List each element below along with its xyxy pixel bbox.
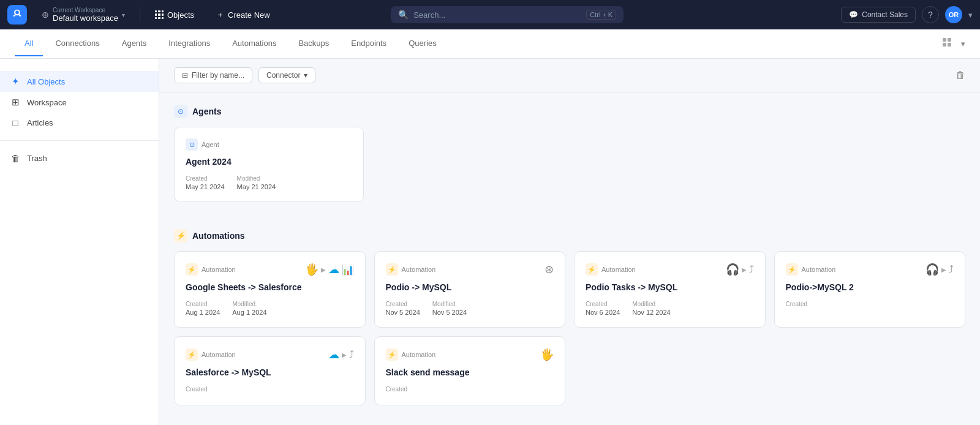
articles-icon: □: [10, 118, 21, 128]
auto-card-3-type: ⚡ Automation: [586, 263, 636, 276]
auto-card-4-arrow: ▶: [941, 266, 946, 273]
grid-chevron-icon[interactable]: ▾: [961, 39, 965, 48]
objects-label: Objects: [167, 10, 194, 20]
auto-card-5-icon-right: ⤴: [349, 349, 354, 360]
search-box[interactable]: 🔍 Ctrl + K: [391, 6, 624, 23]
contact-sales-label: Contact Sales: [862, 10, 908, 19]
auto-card-2-type-label: Automation: [402, 266, 436, 273]
connector-label: Connector: [266, 71, 300, 80]
contact-sales-button[interactable]: 💬 Contact Sales: [841, 7, 916, 23]
content-trash-icon[interactable]: 🗑: [956, 70, 965, 80]
auto-card-6-title: Slack send message: [386, 367, 554, 377]
sidebar-item-all-objects[interactable]: ✦ All Objects: [0, 71, 159, 92]
tab-connections[interactable]: Connections: [45, 31, 109, 56]
tab-backups[interactable]: Backups: [288, 31, 339, 56]
auto-card-2-icon: ⊛: [545, 263, 554, 276]
auto-card-3-created-value: Nov 6 2024: [586, 309, 620, 316]
sidebar-item-label-trash: Trash: [27, 154, 47, 163]
auto-card-4-title: Podio->MySQL 2: [786, 282, 954, 292]
auto-card-2-modified-label: Modified: [432, 301, 467, 307]
objects-button[interactable]: Objects: [150, 8, 199, 22]
automation-card-4[interactable]: ⚡ Automation 🎧 ▶ ⤴ Podio->MySQL 2 Create…: [774, 251, 966, 328]
tab-automations[interactable]: Automations: [222, 31, 286, 56]
connector-filter-button[interactable]: Connector ▾: [258, 67, 315, 83]
auto-card-3-icon-right: ⤴: [749, 264, 754, 275]
auto-card-5-type: ⚡ Automation: [186, 348, 236, 361]
auto-card-2-connectors: ⊛: [545, 263, 554, 276]
sidebar-item-articles[interactable]: □ Articles: [0, 113, 159, 133]
auto-card-3-icon-left: 🎧: [726, 263, 739, 276]
automations-section-title: Automations: [192, 231, 245, 241]
sidebar-item-workspace[interactable]: ⊞ Workspace: [0, 92, 159, 113]
chat-icon: 💬: [849, 10, 858, 19]
agent-card-1-created-label: Created: [186, 175, 225, 182]
filter-by-name-button[interactable]: ⊟ Filter by name...: [174, 67, 252, 83]
auto-card-6-type: ⚡ Automation: [386, 348, 436, 361]
auto-card-3-modified-label: Modified: [632, 301, 670, 307]
tab-endpoints[interactable]: Endpoints: [341, 31, 396, 56]
auto-card-4-type-label: Automation: [802, 266, 836, 273]
auto-card-3-connectors: 🎧 ▶ ⤴: [726, 263, 754, 276]
auto-card-1-connectors: 🖐 ▶ ☁ 📊: [305, 263, 354, 276]
tab-agents[interactable]: Agents: [112, 31, 156, 56]
help-button[interactable]: ?: [922, 6, 939, 23]
trash-icon: 🗑: [10, 153, 21, 164]
sidebar-section-main: ✦ All Objects ⊞ Workspace □ Articles: [0, 69, 159, 135]
auto-card-6-meta: Created: [386, 386, 554, 394]
agent-card-1-modified-value: May 21 2024: [237, 183, 276, 190]
automation-card-6[interactable]: ⚡ Automation 🖐 Slack send message Create…: [374, 336, 566, 405]
automation-type-icon-4: ⚡: [786, 263, 798, 276]
tab-integrations[interactable]: Integrations: [159, 31, 220, 56]
auto-card-5-icon-left: ☁: [328, 348, 339, 361]
agent-card-1-title: Agent 2024: [186, 157, 352, 167]
tabs-bar: All Connections Agents Integrations Auto…: [0, 29, 980, 59]
auto-card-1-icon-left: 🖐: [305, 263, 318, 276]
auto-card-2-created-value: Nov 5 2024: [386, 309, 420, 316]
search-input[interactable]: [413, 10, 581, 20]
agents-section-title: Agents: [192, 107, 221, 116]
grid-view-button[interactable]: [939, 34, 956, 53]
connector-chevron-icon: ▾: [304, 71, 307, 80]
auto-card-1-arrow-icon: ▶: [321, 266, 326, 273]
automation-type-icon-3: ⚡: [586, 263, 598, 276]
avatar-chevron-icon[interactable]: ▾: [968, 10, 973, 20]
automation-card-2[interactable]: ⚡ Automation ⊛ Podio -> MySQL Created No…: [374, 251, 566, 328]
help-icon: ?: [928, 10, 933, 20]
auto-card-1-icon-mid: ☁: [328, 263, 339, 276]
automation-card-5[interactable]: ⚡ Automation ☁ ▶ ⤴ Salesforce -> MySQL C…: [174, 336, 366, 405]
automation-card-3[interactable]: ⚡ Automation 🎧 ▶ ⤴ Podio Tasks -> MySQL …: [574, 251, 766, 328]
automation-type-icon-1: ⚡: [186, 263, 198, 276]
auto-card-3-type-label: Automation: [601, 266, 636, 273]
workspace-icon: ⊕: [42, 10, 49, 20]
automations-cards-grid: ⚡ Automation 🖐 ▶ ☁ 📊 Google Sheets -> Sa…: [174, 251, 965, 405]
search-shortcut: Ctrl + K: [586, 10, 616, 20]
svg-rect-2: [943, 43, 946, 47]
sidebar-item-trash[interactable]: 🗑 Trash: [0, 148, 159, 168]
search-icon: 🔍: [398, 10, 409, 20]
tab-all[interactable]: All: [15, 31, 43, 56]
auto-card-6-connectors: 🖐: [540, 348, 554, 361]
workspace-selector[interactable]: ⊕ Current Workspace Default workspace ▾: [37, 4, 130, 25]
auto-card-4-icon-right: ⤴: [949, 264, 954, 275]
auto-card-1-created-label: Created: [186, 301, 220, 307]
svg-rect-0: [943, 38, 946, 42]
create-new-button[interactable]: ＋ Create New: [209, 7, 277, 23]
auto-card-1-type-label: Automation: [202, 266, 236, 273]
auto-card-4-icon-left: 🎧: [925, 263, 939, 276]
workspace-chevron-icon: ▾: [122, 12, 125, 18]
auto-card-5-arrow: ▶: [342, 352, 347, 358]
grid-icon: [155, 10, 164, 19]
sidebar: ✦ All Objects ⊞ Workspace □ Articles 🗑 T…: [0, 59, 159, 425]
agent-type-icon: ⊙: [186, 138, 198, 151]
topnav-right: 💬 Contact Sales ? OR ▾: [841, 6, 973, 23]
app-logo[interactable]: [7, 5, 27, 24]
tab-queries[interactable]: Queries: [399, 31, 447, 56]
agent-card-1[interactable]: ⊙ Agent Agent 2024 Created May 21 2024 M…: [174, 127, 364, 202]
automations-section-icon: ⚡: [174, 229, 187, 243]
auto-card-1-created-value: Aug 1 2024: [186, 309, 220, 316]
user-avatar[interactable]: OR: [945, 6, 962, 23]
agents-section-header: ⊙ Agents: [174, 92, 965, 127]
main-tabs: All Connections Agents Integrations Auto…: [15, 31, 447, 56]
sidebar-section-trash: 🗑 Trash: [0, 146, 159, 171]
automation-card-1[interactable]: ⚡ Automation 🖐 ▶ ☁ 📊 Google Sheets -> Sa…: [174, 251, 366, 328]
